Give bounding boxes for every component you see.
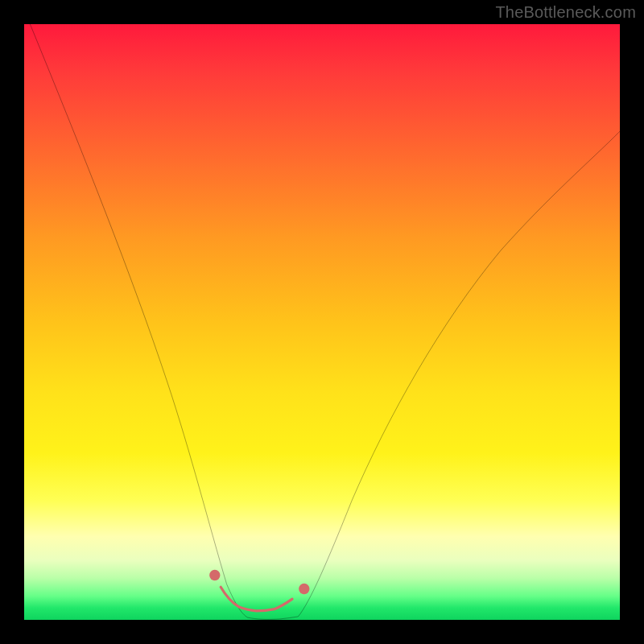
curve-layer — [24, 24, 620, 620]
curve-valley — [248, 617, 299, 619]
plot-area — [24, 24, 620, 620]
marker-dot-left — [209, 570, 220, 580]
marker-blob — [221, 587, 292, 611]
curve-left-arm — [30, 24, 247, 617]
curve-right-arm — [298, 131, 620, 617]
watermark-text: TheBottleneck.com — [495, 3, 636, 22]
marker-dot-right — [299, 584, 309, 594]
chart-frame: TheBottleneck.com — [0, 0, 644, 644]
